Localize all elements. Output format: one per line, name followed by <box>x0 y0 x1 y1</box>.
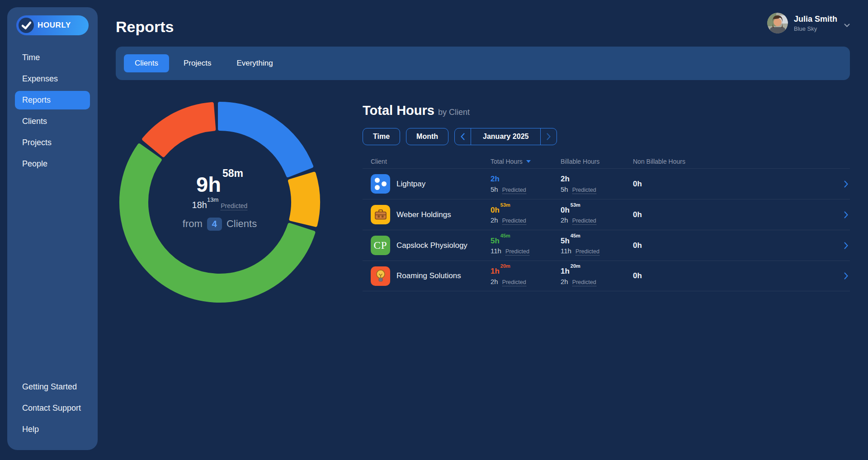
column-client: Client <box>371 158 491 165</box>
column-total-hours[interactable]: Total Hours <box>491 158 561 165</box>
sidebar-item-projects[interactable]: Projects <box>7 132 98 153</box>
sidebar-item-getting-started[interactable]: Getting Started <box>7 376 98 398</box>
total-hours-cell: 1h20m 2h Predicted <box>491 266 561 285</box>
chevron-down-icon <box>844 21 850 29</box>
table-row-roaming-solutions[interactable]: Roaming Solutions 1h20m 2h Predicted 1h2… <box>363 261 850 291</box>
date-picker-value[interactable]: January 2025 <box>471 128 540 145</box>
tab-projects[interactable]: Projects <box>173 54 222 72</box>
billable-hours-cell: 1h20m 2h Predicted <box>561 266 633 285</box>
tab-clients[interactable]: Clients <box>124 54 169 72</box>
column-non-billable-hours: Non Billable Hours <box>633 158 834 165</box>
donut-segment-weber-holdings[interactable] <box>290 174 318 225</box>
user-name: Julia Smith <box>794 14 837 24</box>
sidebar-nav: TimeExpensesReportsClientsProjectsPeople <box>7 47 98 175</box>
page-title: Reports <box>116 18 174 36</box>
client-name: Roaming Solutions <box>396 271 461 280</box>
report-controls: Time Month January 2025 <box>363 128 850 145</box>
donut-chart: 9h58m 18h13mPredicted from 4 Clients <box>118 100 322 304</box>
non-billable-hours-cell: 0h <box>633 180 834 189</box>
non-billable-hours-cell: 0h <box>633 210 834 219</box>
previous-month-button[interactable] <box>455 128 471 145</box>
report-tabs: ClientsProjectsEverything <box>116 47 850 80</box>
date-picker: January 2025 <box>454 128 557 145</box>
billable-hours-cell: 0h53m 2h Predicted <box>561 205 633 224</box>
client-icon-briefcase <box>371 205 390 224</box>
non-billable-hours-cell: 0h <box>633 271 834 280</box>
donut-svg <box>118 100 322 304</box>
row-chevron-right-icon[interactable] <box>844 211 850 218</box>
client-hours-table: Client Total Hours Billable Hours Non Bi… <box>363 155 850 291</box>
sidebar-item-reports[interactable]: Reports <box>15 91 90 109</box>
donut-segment-roaming-solutions[interactable] <box>144 104 214 156</box>
sidebar: HOURLY TimeExpensesReportsClientsProject… <box>7 7 98 450</box>
clock-check-icon <box>18 17 34 33</box>
sort-desc-icon <box>526 160 531 163</box>
sidebar-item-expenses[interactable]: Expenses <box>7 68 98 90</box>
non-billable-hours-cell: 0h <box>633 241 834 250</box>
time-filter-button[interactable]: Time <box>363 128 400 145</box>
sidebar-item-contact-support[interactable]: Contact Support <box>7 398 98 419</box>
total-hours-cell: 2h 5h Predicted <box>491 175 561 193</box>
logo: HOURLY <box>16 15 89 35</box>
table-header: Client Total Hours Billable Hours Non Bi… <box>363 155 850 168</box>
report-subtitle: by Client <box>438 108 470 117</box>
client-cell: Weber Holdings <box>371 205 491 224</box>
billable-hours-cell: 5h45m 11h Predicted <box>561 236 633 255</box>
table-row-capslock-physiology[interactable]: CP Capslock Physiology 5h45m 11h Predict… <box>363 230 850 261</box>
client-icon-dots <box>371 174 390 194</box>
client-icon-cp-monogram: CP <box>371 236 390 255</box>
user-menu[interactable]: Julia Smith Blue Sky <box>767 13 850 33</box>
donut-segment-lightpay[interactable] <box>220 104 311 175</box>
client-name: Weber Holdings <box>396 210 451 219</box>
client-name: Capslock Physiology <box>396 241 467 250</box>
tab-everything[interactable]: Everything <box>226 54 283 72</box>
sidebar-footer-nav: Getting StartedContact SupportHelp <box>7 376 98 440</box>
client-icon-lightbulb <box>371 266 390 286</box>
sidebar-item-help[interactable]: Help <box>7 419 98 440</box>
row-chevron-right-icon[interactable] <box>844 272 850 280</box>
sidebar-item-time[interactable]: Time <box>7 47 98 68</box>
total-hours-cell: 0h53m 2h Predicted <box>491 205 561 224</box>
period-filter-button[interactable]: Month <box>406 128 448 145</box>
total-hours-cell: 5h45m 11h Predicted <box>491 236 561 255</box>
billable-hours-cell: 2h 5h Predicted <box>561 175 633 193</box>
client-cell: CP Capslock Physiology <box>371 236 491 255</box>
sidebar-item-people[interactable]: People <box>7 153 98 175</box>
sidebar-item-clients[interactable]: Clients <box>7 111 98 132</box>
logo-text: HOURLY <box>38 21 71 30</box>
column-billable-hours: Billable Hours <box>561 158 633 165</box>
row-chevron-right-icon[interactable] <box>844 242 850 249</box>
table-row-lightpay[interactable]: Lightpay 2h 5h Predicted 2h 5h Predicted… <box>363 168 850 199</box>
next-month-button[interactable] <box>540 128 557 145</box>
client-cell: Roaming Solutions <box>371 266 491 286</box>
report-panel: Total Hoursby Client Time Month January … <box>363 103 850 291</box>
table-row-weber-holdings[interactable]: Weber Holdings 0h53m 2h Predicted 0h53m … <box>363 199 850 230</box>
client-cell: Lightpay <box>371 174 491 194</box>
client-name: Lightpay <box>396 180 425 189</box>
row-chevron-right-icon[interactable] <box>844 180 850 188</box>
avatar <box>767 13 788 33</box>
table-body: Lightpay 2h 5h Predicted 2h 5h Predicted… <box>363 168 850 291</box>
user-company: Blue Sky <box>794 25 837 32</box>
report-title: Total Hoursby Client <box>363 103 850 118</box>
